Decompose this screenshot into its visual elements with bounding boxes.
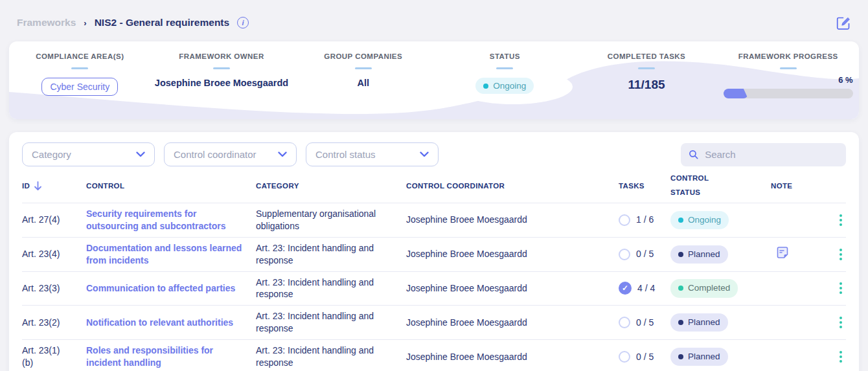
- control-name-link[interactable]: Roles and responsibilities for incident …: [86, 340, 256, 371]
- summary-completed-tasks: COMPLETED TASKS 11/185: [576, 52, 718, 119]
- framework-owner-value: Josephine Broee Moesgaardd: [155, 78, 288, 88]
- control-status-cell: Planned: [670, 343, 771, 370]
- tasks-cell: 0 / 5: [619, 243, 670, 265]
- summary-framework-owner: FRAMEWORK OWNER Josephine Broee Moesgaar…: [151, 52, 293, 119]
- summary-label: GROUP COMPANIES: [324, 52, 402, 60]
- table-row: Art. 27(4) Security requirements for out…: [22, 203, 846, 237]
- status-dot: [678, 252, 683, 257]
- status-text: Ongoing: [493, 81, 526, 91]
- control-id-cell: Art. 27(4): [22, 209, 86, 230]
- column-header-note: NOTE: [771, 182, 816, 190]
- status-dot: [678, 354, 683, 359]
- tasks-count: 4 / 4: [637, 282, 655, 295]
- completed-tasks-value: 11/185: [628, 78, 665, 92]
- control-status-badge: Planned: [670, 348, 728, 366]
- row-actions-kebab-menu[interactable]: [839, 282, 846, 294]
- status-dot: [678, 320, 683, 325]
- tasks-progress-circle-icon: [619, 214, 630, 226]
- control-name-link[interactable]: Security requirements for outsourcing an…: [86, 203, 256, 237]
- progress-percent-label: 6 %: [838, 75, 852, 85]
- compliance-area-chip: Cyber Security: [41, 78, 118, 96]
- control-status-cell: Completed: [670, 275, 771, 302]
- label-underline: [638, 67, 655, 69]
- status-text: Planned: [688, 249, 720, 260]
- page: Frameworks › NIS2 - General requirements…: [0, 0, 868, 371]
- label-underline: [213, 67, 230, 69]
- tasks-cell: 4 / 4: [619, 277, 670, 299]
- control-status-badge: Completed: [670, 279, 738, 297]
- breadcrumb-parent-link[interactable]: Frameworks: [17, 17, 76, 28]
- tasks-progress-circle-icon: [619, 351, 630, 363]
- note-icon: [775, 245, 790, 260]
- note-cell[interactable]: [771, 240, 816, 268]
- control-name-link[interactable]: Communication to affected parties: [86, 278, 256, 299]
- tasks-count: 0 / 5: [636, 248, 654, 260]
- column-header-tasks: TASKS: [619, 182, 670, 190]
- row-actions-kebab-menu[interactable]: [839, 317, 846, 328]
- tasks-progress-circle-icon: [619, 317, 630, 328]
- category-cell: Art. 23: Incident handling and response: [256, 238, 406, 271]
- control-status-filter-dropdown[interactable]: Control status: [306, 142, 439, 166]
- search-box[interactable]: [681, 143, 846, 166]
- breadcrumb-separator-icon: ›: [84, 18, 86, 28]
- summary-label: STATUS: [490, 52, 520, 60]
- tasks-cell: 0 / 5: [619, 346, 670, 368]
- table-body: Art. 27(4) Security requirements for out…: [22, 203, 846, 371]
- summary-compliance-area: COMPLIANCE AREA(S) Cyber Security: [9, 52, 151, 119]
- chevron-down-icon: [420, 152, 429, 157]
- summary-framework-progress: FRAMEWORK PROGRESS 6 %: [717, 52, 859, 119]
- framework-status-badge: Ongoing: [475, 78, 534, 94]
- control-status-badge: Ongoing: [670, 211, 729, 229]
- page-title: NIS2 - General requirements: [95, 17, 229, 28]
- summary-label: FRAMEWORK OWNER: [179, 52, 264, 60]
- chevron-down-icon: [136, 152, 145, 157]
- info-icon[interactable]: i: [237, 17, 249, 28]
- category-filter-dropdown[interactable]: Category: [22, 142, 155, 166]
- category-cell: Supplementary organisational obligations: [256, 203, 406, 237]
- framework-progress: 6 %: [724, 75, 853, 98]
- dropdown-placeholder: Category: [32, 149, 71, 160]
- chevron-down-icon: [278, 152, 287, 157]
- control-name-link[interactable]: Documentation and lessons learned from i…: [86, 238, 256, 271]
- breadcrumb: Frameworks › NIS2 - General requirements…: [17, 17, 249, 28]
- row-actions-kebab-menu[interactable]: [839, 214, 846, 226]
- summary-label: COMPLETED TASKS: [608, 52, 685, 60]
- row-actions-kebab-menu[interactable]: [839, 351, 846, 363]
- label-underline: [780, 67, 797, 69]
- tasks-count: 1 / 6: [636, 214, 654, 226]
- coordinator-cell: Josephine Broee Moesgaardd: [406, 209, 619, 230]
- control-status-badge: Planned: [670, 313, 728, 332]
- edit-framework-button[interactable]: [833, 13, 852, 32]
- control-status-badge: Planned: [670, 245, 728, 264]
- dropdown-placeholder: Control status: [315, 149, 376, 160]
- search-icon: [689, 149, 698, 160]
- column-header-id-sort[interactable]: ID: [22, 181, 86, 191]
- label-underline: [496, 67, 513, 69]
- control-status-cell: Ongoing: [670, 207, 771, 234]
- group-companies-value: All: [357, 78, 369, 88]
- progress-bar: [724, 89, 853, 98]
- column-header-category: CATEGORY: [256, 182, 406, 190]
- category-cell: Art. 23: Incident handling and response: [256, 272, 406, 306]
- control-status-cell: Planned: [670, 309, 771, 336]
- status-text: Planned: [688, 317, 720, 328]
- row-actions-kebab-menu[interactable]: [839, 249, 846, 260]
- control-name-link[interactable]: Notification to relevant authorities: [86, 312, 256, 333]
- status-dot: [678, 218, 683, 223]
- edit-pencil-icon: [834, 14, 852, 32]
- control-coordinator-filter-dropdown[interactable]: Control coordinator: [164, 142, 297, 166]
- control-id-cell: Art. 23(2): [22, 312, 86, 333]
- search-input[interactable]: [705, 149, 838, 160]
- tasks-cell: 0 / 5: [619, 312, 670, 333]
- column-header-control: CONTROL: [86, 182, 256, 190]
- category-cell: Art. 23: Incident handling and response: [256, 340, 406, 371]
- summary-group-companies: GROUP COMPANIES All: [292, 52, 434, 119]
- table-row: Art. 23(4) Documentation and lessons lea…: [22, 237, 846, 271]
- controls-table-card: Category Control coordinator Control sta…: [9, 132, 859, 371]
- tasks-progress-circle-icon: [619, 249, 630, 260]
- dropdown-placeholder: Control coordinator: [174, 149, 257, 160]
- control-id-cell: Art. 23(4): [22, 243, 86, 265]
- framework-summary-card: COMPLIANCE AREA(S) Cyber Security FRAMEW…: [9, 41, 859, 119]
- sort-desc-arrow-icon: [34, 181, 42, 191]
- control-id-cell: Art. 23(3): [22, 278, 86, 299]
